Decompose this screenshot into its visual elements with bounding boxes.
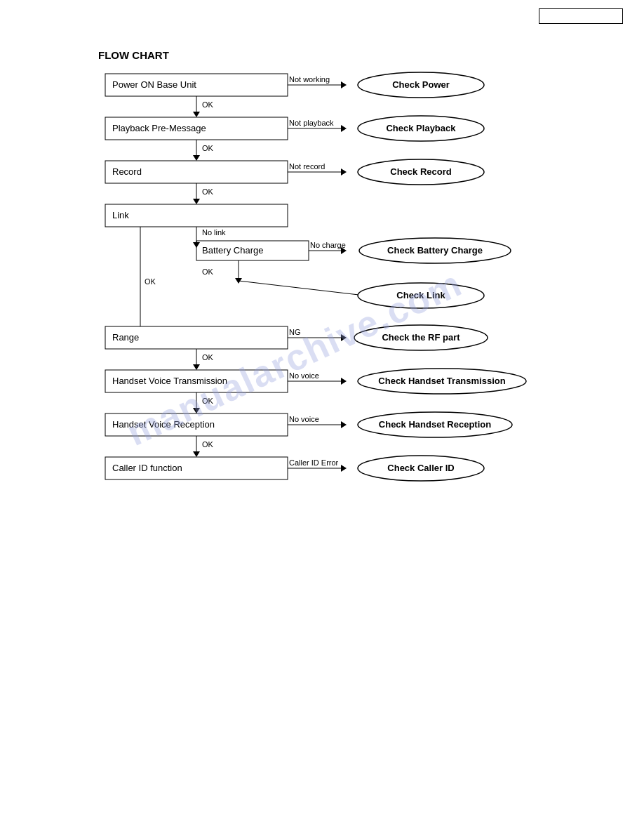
box-hvr-label: Handset Voice Reception bbox=[112, 419, 215, 430]
arrowhead-ng bbox=[341, 334, 347, 341]
flowchart-svg: Power ON Base Unit OK Playback Pre-Messa… bbox=[98, 74, 589, 565]
label-ok5: OK bbox=[202, 353, 214, 362]
label-no-voice1: No voice bbox=[289, 371, 319, 380]
label-battery-ok: OK bbox=[202, 267, 214, 276]
label-ok-main: OK bbox=[145, 277, 156, 286]
box-power-label: Power ON Base Unit bbox=[112, 79, 196, 90]
ellipse-check-record-label: Check Record bbox=[390, 166, 451, 177]
arrowhead-not-playback bbox=[341, 125, 347, 132]
label-ok7: OK bbox=[202, 440, 214, 449]
arrowhead-power-ok bbox=[193, 112, 200, 117]
label-no-charge: No charge bbox=[310, 241, 346, 249]
label-ok1: OK bbox=[202, 100, 214, 109]
ellipse-check-link-label: Check Link bbox=[396, 290, 445, 300]
arrowhead-not-working bbox=[341, 81, 347, 88]
ellipse-check-hvr-label: Check Handset Reception bbox=[379, 419, 491, 430]
arrowhead-range-ok bbox=[193, 364, 200, 370]
flow-chart-container: FLOW CHART Power ON Base Unit OK Playbac… bbox=[98, 49, 617, 567]
label-no-voice2: No voice bbox=[289, 415, 319, 423]
box-battery-label: Battery Charge bbox=[202, 245, 263, 256]
arrowhead-not-record bbox=[341, 168, 347, 176]
ellipse-check-playback-label: Check Playback bbox=[386, 123, 456, 133]
label-not-record: Not record bbox=[289, 162, 325, 171]
arrowhead-hvt-ok bbox=[193, 408, 200, 413]
box-playback-label: Playback Pre-Message bbox=[112, 123, 206, 133]
arrowhead-no-voice1 bbox=[341, 378, 347, 385]
label-ok3: OK bbox=[202, 187, 214, 196]
box-callerid-label: Caller ID function bbox=[112, 463, 182, 473]
label-not-playback: Not playback bbox=[289, 119, 334, 127]
label-ok6: OK bbox=[202, 397, 214, 405]
arrowhead-no-voice2 bbox=[341, 421, 347, 428]
label-ok2: OK bbox=[202, 144, 214, 152]
arrow-battery-to-checklink bbox=[239, 281, 365, 296]
box-hvt-label: Handset Voice Transmission bbox=[112, 376, 227, 386]
ellipse-check-rf-label: Check the RF part bbox=[382, 332, 460, 343]
arrowhead-hvr-ok bbox=[193, 451, 200, 457]
label-not-working: Not working bbox=[289, 75, 330, 84]
label-no-link: No link bbox=[202, 228, 226, 237]
label-ng: NG bbox=[289, 328, 301, 336]
ellipse-check-hvt-label: Check Handset Transmission bbox=[378, 376, 505, 386]
box-link bbox=[105, 204, 288, 227]
flow-chart-title: FLOW CHART bbox=[98, 49, 617, 61]
ellipse-check-callerid-label: Check Caller ID bbox=[387, 463, 454, 473]
arrowhead-record-ok bbox=[193, 199, 200, 204]
arrowhead-playback-ok bbox=[193, 155, 200, 161]
label-callerid-error: Caller ID Error bbox=[289, 458, 339, 467]
box-link-label: Link bbox=[112, 210, 129, 220]
arrowhead-callerid-error bbox=[341, 465, 347, 472]
box-range-label: Range bbox=[112, 332, 139, 343]
page-number-box bbox=[539, 8, 623, 24]
ellipse-check-power-label: Check Power bbox=[392, 79, 450, 90]
box-record-label: Record bbox=[112, 166, 142, 177]
ellipse-check-battery-label: Check Battery Charge bbox=[387, 245, 483, 256]
